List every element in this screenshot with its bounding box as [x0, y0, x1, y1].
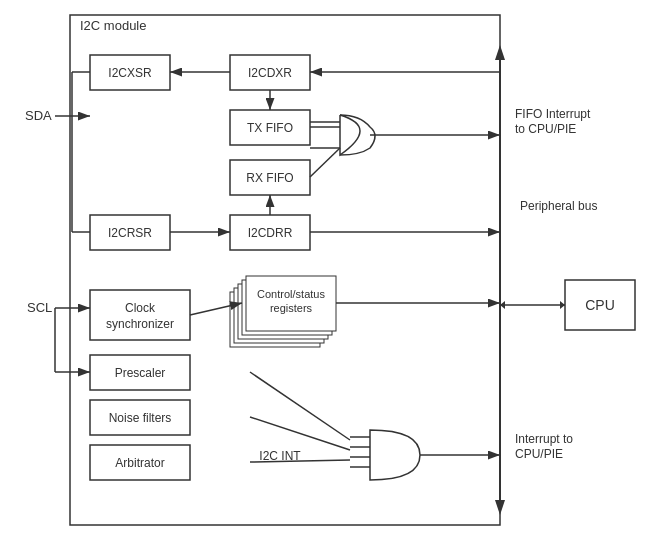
tx-fifo-label: TX FIFO [247, 121, 293, 135]
svg-text:Control/status: Control/status [257, 288, 325, 300]
i2crsr-label: I2CRSR [108, 226, 152, 240]
svg-line-54 [250, 372, 350, 440]
fifo-interrupt-label: FIFO Interrupt [515, 107, 591, 121]
svg-text:Clock: Clock [125, 301, 156, 315]
svg-line-55 [250, 417, 350, 450]
prescaler-label: Prescaler [115, 366, 166, 380]
svg-text:to CPU/PIE: to CPU/PIE [515, 122, 576, 136]
noise-filters-label: Noise filters [109, 411, 172, 425]
svg-rect-7 [90, 290, 190, 340]
clock-sync-label: synchronizer [106, 317, 174, 331]
svg-marker-32 [495, 500, 505, 515]
diagram: I2C module I2CXSR I2CDXR TX FIFO RX FIFO… [0, 0, 659, 542]
i2c-module-label: I2C module [80, 18, 146, 33]
scl-label: SCL [27, 300, 52, 315]
svg-line-45 [310, 148, 340, 177]
i2cxsr-label: I2CXSR [108, 66, 152, 80]
i2cdxr-label: I2CDXR [248, 66, 292, 80]
i2cdrr-label: I2CDRR [248, 226, 293, 240]
peripheral-bus-label: Peripheral bus [520, 199, 597, 213]
svg-text:registers: registers [270, 302, 313, 314]
svg-marker-31 [495, 45, 505, 60]
arbitrator-label: Arbitrator [115, 456, 164, 470]
svg-text:CPU/PIE: CPU/PIE [515, 447, 563, 461]
interrupt-label: Interrupt to [515, 432, 573, 446]
cpu-label: CPU [585, 297, 615, 313]
rx-fifo-label: RX FIFO [246, 171, 293, 185]
sda-label: SDA [25, 108, 52, 123]
